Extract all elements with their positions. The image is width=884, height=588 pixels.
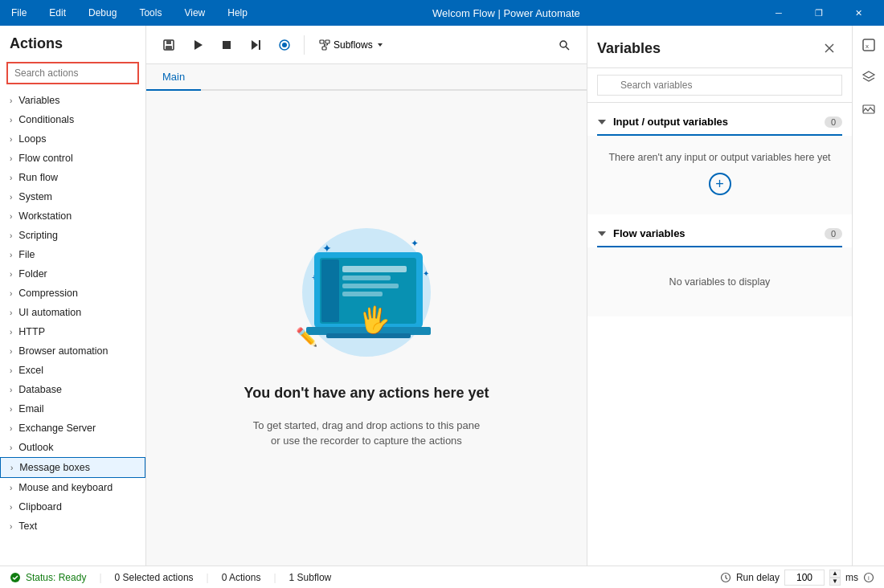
- subflow-count: 1 Subflow: [289, 572, 332, 583]
- action-item-workstation[interactable]: ›Workstation: [0, 206, 145, 226]
- close-button[interactable]: ✕: [841, 0, 878, 26]
- action-item-message-boxes[interactable]: ›Message boxes: [0, 457, 145, 478]
- svg-rect-2: [166, 46, 172, 50]
- search-actions-input[interactable]: [6, 62, 139, 84]
- action-item-mouse-keyboard[interactable]: ›Mouse and keyboard: [0, 478, 145, 497]
- action-item-system[interactable]: ›System: [0, 187, 145, 206]
- action-item-scripting[interactable]: ›Scripting: [0, 226, 145, 245]
- action-item-variables[interactable]: ›Variables: [0, 91, 145, 110]
- empty-state-description: To get started, drag and drop actions to…: [253, 418, 481, 449]
- action-item-browser-automation[interactable]: ›Browser automation: [0, 341, 145, 361]
- flow-variables-empty-content: No variables to display: [587, 247, 852, 316]
- chevron-right-icon: ›: [10, 503, 12, 512]
- search-variables-input[interactable]: [597, 75, 842, 96]
- menu-debug[interactable]: Debug: [84, 4, 121, 22]
- svg-text:x: x: [866, 43, 869, 50]
- status-check-icon: [10, 572, 21, 583]
- svg-text:🖐: 🖐: [358, 304, 391, 335]
- delay-increment-button[interactable]: ▲: [829, 570, 841, 578]
- status-ready: Status: Ready: [10, 572, 86, 583]
- side-icon-layers[interactable]: [856, 64, 882, 90]
- svg-marker-3: [194, 40, 203, 50]
- next-step-button[interactable]: [243, 32, 268, 58]
- side-icon-variables[interactable]: x: [856, 32, 882, 58]
- svg-marker-16: [378, 43, 383, 47]
- action-item-conditionals[interactable]: ›Conditionals: [0, 110, 145, 129]
- action-item-folder[interactable]: ›Folder: [0, 264, 145, 284]
- flow-variables-section-header[interactable]: Flow variables 0: [587, 221, 852, 246]
- svg-marker-42: [863, 71, 874, 78]
- status-separator-1: |: [99, 572, 101, 583]
- chevron-right-icon: ›: [10, 328, 12, 337]
- svg-rect-28: [342, 266, 407, 272]
- center-panel: Subflows Main ✦ ✦ ✦ +: [146, 26, 587, 566]
- action-item-text[interactable]: ›Text: [0, 517, 145, 536]
- tab-main[interactable]: Main: [146, 64, 201, 91]
- svg-point-17: [560, 41, 567, 47]
- menu-file[interactable]: File: [6, 4, 31, 22]
- run-button[interactable]: [185, 32, 211, 58]
- add-variable-button[interactable]: +: [709, 173, 731, 195]
- toolbar-separator: [304, 35, 305, 55]
- svg-rect-11: [322, 47, 326, 50]
- action-item-exchange-server[interactable]: ›Exchange Server: [0, 419, 145, 438]
- action-item-outlook[interactable]: ›Outlook: [0, 438, 145, 457]
- menu-tools[interactable]: Tools: [134, 4, 166, 22]
- delay-decrement-button[interactable]: ▼: [829, 578, 841, 586]
- variables-title: Variables: [597, 40, 661, 57]
- minimize-button[interactable]: ─: [760, 0, 797, 26]
- menu-help[interactable]: Help: [223, 4, 252, 22]
- action-item-loops[interactable]: ›Loops: [0, 129, 145, 149]
- side-icon-image[interactable]: [856, 96, 882, 122]
- action-item-email[interactable]: ›Email: [0, 399, 145, 419]
- chevron-right-icon: ›: [10, 289, 12, 298]
- variables-close-button[interactable]: [816, 35, 842, 61]
- search-actions-container: [0, 59, 145, 91]
- chevron-right-icon: ›: [10, 484, 12, 492]
- chevron-right-icon: ›: [10, 405, 12, 414]
- actions-title: Actions: [0, 26, 145, 59]
- selected-actions-count: 0 Selected actions: [115, 572, 194, 583]
- actions-panel: Actions ›Variables ›Conditionals ›Loops …: [0, 26, 146, 566]
- delay-value-input[interactable]: [784, 570, 825, 586]
- svg-line-18: [566, 47, 569, 50]
- svg-text:i: i: [868, 574, 870, 582]
- action-item-http[interactable]: ›HTTP: [0, 322, 145, 341]
- record-button[interactable]: [272, 32, 297, 58]
- action-item-ui-automation[interactable]: ›UI automation: [0, 303, 145, 322]
- svg-point-8: [282, 43, 287, 47]
- input-output-empty-content: There aren't any input or output variabl…: [587, 136, 852, 214]
- svg-rect-9: [320, 40, 324, 43]
- action-item-file[interactable]: ›File: [0, 245, 145, 264]
- status-separator-3: |: [273, 572, 276, 583]
- save-button[interactable]: [156, 32, 182, 58]
- chevron-right-icon: ›: [10, 212, 12, 221]
- action-item-excel[interactable]: ›Excel: [0, 361, 145, 380]
- subflows-button[interactable]: Subflows: [311, 36, 392, 54]
- restore-button[interactable]: ❐: [800, 0, 837, 26]
- action-item-run-flow[interactable]: ›Run flow: [0, 168, 145, 187]
- action-item-clipboard[interactable]: ›Clipboard: [0, 497, 145, 517]
- chevron-right-icon: ›: [10, 174, 12, 182]
- empty-state-svg: ✦ ✦ ✦ + +: [278, 208, 455, 369]
- svg-marker-39: [598, 231, 606, 236]
- svg-text:✦: ✦: [411, 238, 419, 249]
- title-bar: File Edit Debug Tools View Help Welcom F…: [0, 0, 884, 26]
- search-button[interactable]: [551, 32, 577, 58]
- chevron-right-icon: ›: [10, 443, 12, 452]
- input-output-section-header[interactable]: Input / output variables 0: [587, 109, 852, 134]
- action-item-compression[interactable]: ›Compression: [0, 284, 145, 303]
- action-item-database[interactable]: ›Database: [0, 380, 145, 399]
- menu-bar-items: File Edit Debug Tools View Help: [6, 4, 252, 22]
- stop-button[interactable]: [214, 32, 239, 58]
- action-item-flow-control[interactable]: ›Flow control: [0, 149, 145, 168]
- toolbar: Subflows: [146, 26, 587, 64]
- status-separator-2: |: [207, 572, 209, 583]
- menu-edit[interactable]: Edit: [44, 4, 71, 22]
- actions-list: ›Variables ›Conditionals ›Loops ›Flow co…: [0, 91, 145, 566]
- menu-view[interactable]: View: [179, 4, 210, 22]
- variables-body: Input / output variables 0 There aren't …: [587, 103, 852, 566]
- input-output-section-title: Input / output variables: [613, 116, 818, 128]
- chevron-right-icon: ›: [10, 96, 12, 105]
- status-text: Status: Ready: [26, 572, 86, 583]
